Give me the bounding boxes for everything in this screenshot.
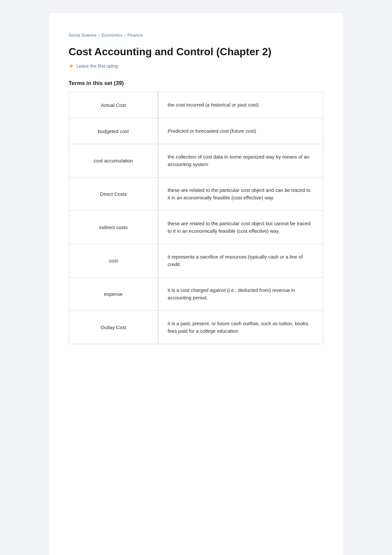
- term-cell: Direct Costs: [69, 177, 158, 210]
- page-container: Social Science / Economics / Finance Cos…: [49, 13, 343, 555]
- table-row[interactable]: Outlay Cost it is a past, present, or fu…: [69, 311, 323, 344]
- table-row[interactable]: cost accumulation the collection of cost…: [69, 144, 323, 177]
- definition-cell: Predicted or forecasted cost (future cos…: [158, 118, 323, 144]
- definition-cell: the cost incurred (a historical or past …: [158, 92, 323, 118]
- term-cell: Actual Cost: [69, 92, 158, 118]
- table-row[interactable]: Direct Costs these are related to the pa…: [69, 177, 323, 211]
- definition-cell: it is a cost charged against (i.e., dedu…: [158, 278, 323, 311]
- term-cell: Outlay Cost: [69, 311, 158, 344]
- table-row[interactable]: cost it represents a sacrifice of resour…: [69, 244, 323, 278]
- rating-section: ★ Leave the first rating: [69, 62, 323, 70]
- term-cell: budgeted cost: [69, 118, 158, 144]
- table-row[interactable]: indirect costs these are related to the …: [69, 211, 323, 244]
- term-cell: indirect costs: [69, 211, 158, 244]
- definition-cell: it is a past, present, or future cash ou…: [158, 311, 323, 344]
- definition-cell: the collection of cost data in some orga…: [158, 144, 323, 177]
- breadcrumb-separator-2: /: [124, 33, 125, 38]
- breadcrumb-item-finance[interactable]: Finance: [127, 33, 142, 38]
- star-icon: ★: [69, 62, 74, 70]
- definition-cell: these are related to the particular cost…: [158, 211, 323, 244]
- breadcrumb-item-economics[interactable]: Economics: [102, 33, 122, 38]
- breadcrumb-separator-1: /: [98, 33, 100, 38]
- table-row[interactable]: expense it is a cost charged against (i.…: [69, 278, 323, 311]
- page-title: Cost Accounting and Control (Chapter 2): [69, 45, 323, 58]
- term-cell: cost: [69, 244, 158, 277]
- terms-table: Actual Cost the cost incurred (a histori…: [69, 92, 323, 344]
- table-row[interactable]: Actual Cost the cost incurred (a histori…: [69, 92, 323, 118]
- definition-cell: these are related to the particular cost…: [158, 177, 323, 210]
- terms-header: Terms in this set (39): [69, 80, 323, 87]
- term-cell: expense: [69, 278, 158, 311]
- rating-link[interactable]: Leave the first rating: [76, 63, 118, 69]
- table-row[interactable]: budgeted cost Predicted or forecasted co…: [69, 118, 323, 144]
- definition-cell: it represents a sacrifice of resources (…: [158, 244, 323, 277]
- term-cell: cost accumulation: [69, 144, 158, 177]
- breadcrumb: Social Science / Economics / Finance: [69, 33, 323, 38]
- breadcrumb-item-social-science[interactable]: Social Science: [69, 33, 96, 38]
